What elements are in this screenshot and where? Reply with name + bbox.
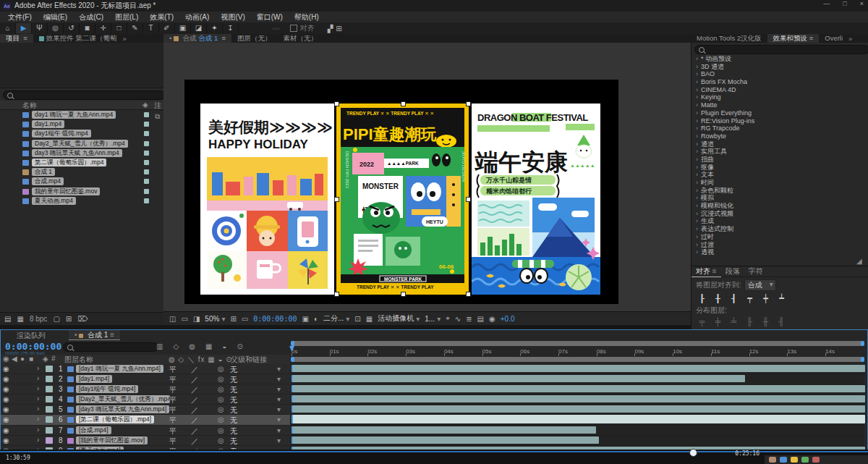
selection-handle[interactable] (334, 197, 339, 202)
effects-category-row[interactable]: ›模糊和锐化 (692, 202, 864, 210)
new-folder-icon[interactable]: ▢ (53, 315, 59, 323)
effects-category-row[interactable]: ›Rowbyte (692, 132, 864, 140)
twirl-icon[interactable]: › (696, 86, 698, 93)
distribute-right-icon[interactable]: ╢ (775, 317, 788, 326)
quality-switch-icon[interactable]: ／ (191, 405, 198, 416)
expand-arrow-icon[interactable]: › (37, 415, 39, 423)
parent-dropdown-caret[interactable]: ▾ (277, 405, 281, 413)
label-color-chip[interactable] (46, 396, 53, 402)
menu-item[interactable]: 窗口(W) (252, 12, 288, 22)
item-checkbox[interactable] (144, 141, 149, 146)
twirl-icon[interactable]: › (696, 187, 698, 194)
panel-menu-icon[interactable]: ≡ (23, 34, 27, 42)
camera-select[interactable]: 活动摄像机▾ (378, 313, 420, 324)
effects-category-row[interactable]: ›BAO (692, 70, 864, 78)
selection-handle[interactable] (401, 292, 406, 297)
close-button[interactable]: × (860, 0, 864, 7)
delete-icon[interactable]: ⌦ (77, 315, 88, 323)
parent-dropdown-caret[interactable]: ▾ (277, 375, 281, 383)
tab-render-queue[interactable]: 渲染队列 (11, 331, 51, 340)
exposure-value[interactable]: +0.0 (501, 315, 515, 323)
selection-handle[interactable] (466, 197, 471, 202)
frame-blending-icon[interactable]: ▦ (205, 342, 212, 350)
project-item-row[interactable]: 夏天动画.mp4 (0, 196, 163, 206)
effects-category-row[interactable]: ›沉浸式视频 (692, 210, 864, 218)
tab-paragraph[interactable]: 段落 (721, 266, 744, 277)
effects-category-row[interactable]: ›RG Trapcode (692, 125, 864, 132)
effects-category-row[interactable]: ›文本 (692, 171, 864, 179)
layer-name[interactable]: [day1 嗨玩一夏 九鱼Ann.mp4] (76, 365, 163, 373)
layer-name[interactable]: [day1端午 馄饨.mp4] (76, 385, 138, 393)
menu-item[interactable]: 编辑(E) (38, 12, 72, 22)
menu-item[interactable]: 文件(F) (3, 12, 37, 22)
selection-handle[interactable] (334, 292, 339, 297)
effects-category-row[interactable]: ›表达式控制 (692, 225, 864, 233)
expand-arrow-icon[interactable]: › (37, 405, 39, 413)
twirl-icon[interactable]: › (696, 78, 698, 85)
item-checkbox[interactable] (144, 151, 149, 156)
tab-overflow-chevron[interactable]: » (122, 35, 126, 43)
parent-pickwhip-icon[interactable]: ◎ (218, 405, 224, 413)
pen-tool-icon[interactable]: ✎ (127, 23, 143, 33)
twirl-icon[interactable]: › (696, 117, 698, 125)
item-checkbox[interactable] (144, 122, 149, 127)
eye-icon[interactable]: ◉ (3, 436, 9, 444)
twirl-icon[interactable]: › (696, 171, 698, 178)
twirl-icon[interactable]: › (696, 101, 698, 109)
layer-row[interactable]: ◉ › 5 [day3 嗨玩單天赋 九鱼Ann.mp4] 平 ／ ◎ 无 ▾ (1, 405, 290, 415)
twirl-icon[interactable]: › (696, 63, 698, 70)
brush-tool-icon[interactable]: ✐ (159, 23, 175, 33)
expand-arrow-icon[interactable]: › (37, 436, 39, 444)
twirl-icon[interactable]: › (696, 248, 698, 256)
camera-snapshot-icon[interactable]: ▣ (302, 315, 308, 323)
twirl-icon[interactable]: › (696, 210, 698, 217)
layer-row[interactable]: ◉ › 8 [我的童年回忆图鉴.mov] 平 ／ ◎ 无 ▾ (1, 436, 290, 446)
twirl-icon[interactable]: › (696, 140, 698, 148)
parent-value[interactable]: 无 (230, 365, 237, 375)
twirl-icon[interactable]: › (696, 93, 698, 101)
selection-handle[interactable] (466, 292, 471, 297)
label-column-icon[interactable]: ◈ (43, 355, 48, 363)
quality-switch-icon[interactable]: ／ (191, 365, 198, 375)
distribute-v-center-icon[interactable]: ╪ (712, 317, 724, 326)
project-list-header[interactable]: 名称 ◈ 注 (0, 101, 163, 110)
align-left-icon[interactable]: ┠ (696, 294, 708, 303)
selection-handle[interactable] (334, 101, 339, 106)
menu-item[interactable]: 合成(C) (74, 12, 109, 22)
solo-column-icon[interactable]: ● (20, 355, 25, 363)
tab-effects-presets[interactable]: 效果和预设 ≡ (767, 34, 820, 43)
home-icon[interactable]: ⌂ (0, 23, 16, 33)
parent-pickwhip-icon[interactable]: ◎ (218, 375, 224, 383)
layer-name[interactable]: [第二课（葡萄乐园）.mp4] (76, 416, 154, 423)
layer-duration-bar[interactable] (292, 426, 596, 434)
item-checkbox[interactable] (144, 189, 149, 194)
new-composition-icon[interactable]: ⊞ (66, 315, 72, 323)
effects-category-row[interactable]: ›实用工具 (692, 148, 864, 156)
shy-switch-icon[interactable]: 平 (169, 405, 176, 416)
project-bit-depth[interactable]: 8 bpc (30, 315, 47, 323)
twirl-icon[interactable]: › (696, 241, 698, 248)
project-item-row[interactable]: day1 嗨玩一夏 九鱼Ann.mp4 (0, 110, 163, 119)
parent-value[interactable]: 无 (230, 395, 237, 405)
rotation-tool-icon[interactable]: ↺ (64, 23, 80, 33)
twirl-icon[interactable]: › (696, 179, 698, 186)
effects-category-row[interactable]: ›抠像 (692, 164, 864, 172)
channels-icon[interactable]: ◨ (193, 315, 200, 323)
grid-guides-icon[interactable]: ⊞ (230, 315, 236, 323)
quality-switch-icon[interactable]: ／ (191, 426, 198, 436)
layer-duration-bar[interactable] (292, 395, 865, 402)
eye-icon[interactable]: ◉ (3, 416, 9, 423)
effects-category-row[interactable]: ›生成 (692, 217, 864, 225)
layer-duration-bar[interactable] (292, 365, 865, 372)
menu-item[interactable]: 动画(A) (180, 12, 214, 22)
layer-name-column-header[interactable]: 图层名称 (64, 355, 93, 365)
eye-icon[interactable]: ◉ (3, 405, 9, 413)
audio-column-icon[interactable]: ◀ (12, 355, 17, 363)
region-of-interest-icon[interactable]: ⊡ (354, 315, 360, 323)
flowchart-icon[interactable]: ▤ (477, 315, 484, 323)
effects-search-input[interactable] (694, 45, 868, 54)
time-ruler[interactable]: 0s01s02s03s04s05s06s07s08s09s10s11s12s13… (292, 347, 867, 356)
twirl-icon[interactable]: › (696, 132, 698, 140)
item-checkbox[interactable] (144, 160, 149, 165)
panel-menu-icon[interactable]: ≡ (110, 331, 114, 339)
